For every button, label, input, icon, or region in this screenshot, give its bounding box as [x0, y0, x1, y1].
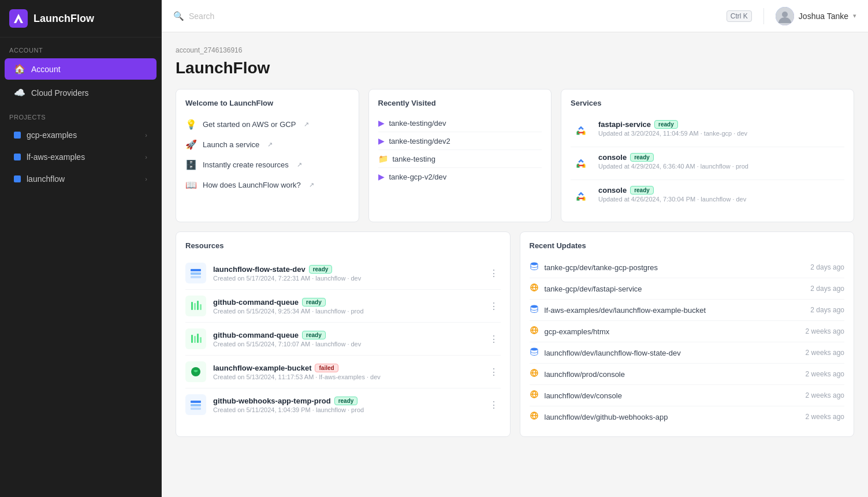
recent-updates-title: Recent Updates	[530, 241, 845, 250]
sidebar-item-launchflow[interactable]: launchflow ›	[5, 169, 157, 189]
resource-name: launchflow-flow-state-dev ready	[213, 265, 480, 274]
bottom-grid: Resources launchflow-flow-state-dev	[176, 231, 854, 437]
update-time: 2 days ago	[810, 263, 844, 271]
service-info: fastapi-service ready Updated at 3/20/20…	[598, 120, 844, 137]
resource-name: launchflow-example-bucket failed	[213, 364, 480, 372]
welcome-item-text: Launch a service	[203, 140, 259, 149]
service-item[interactable]: fastapi-service ready Updated at 3/20/20…	[571, 114, 844, 147]
book-icon: 📖	[185, 180, 197, 190]
project-dot	[14, 175, 21, 182]
resource-info: launchflow-flow-state-dev ready Created …	[213, 265, 480, 282]
welcome-item-how-it-works[interactable]: 📖 How does LaunchFlow work? ↗	[185, 175, 349, 195]
svg-point-23	[531, 348, 538, 351]
top-grid: Welcome to LaunchFlow 💡 Get started on A…	[176, 89, 854, 222]
status-badge: ready	[654, 120, 678, 129]
update-item[interactable]: gcp-examples/htmx 2 weeks ago	[530, 321, 845, 342]
sidebar-item-lf-aws-examples[interactable]: lf-aws-examples ›	[5, 147, 157, 167]
db-icon	[530, 304, 539, 316]
update-time: 2 days ago	[810, 285, 844, 293]
sidebar-project-label: gcp-examples	[27, 130, 139, 140]
service-item[interactable]: console ready Updated at 4/29/2024, 6:36…	[571, 147, 844, 180]
service-name: fastapi-service ready	[598, 120, 844, 129]
keyboard-shortcut: Ctrl K	[727, 10, 752, 22]
resource-menu-button[interactable]: ⋮	[487, 331, 501, 347]
resource-icon	[185, 394, 206, 415]
resource-menu-button[interactable]: ⋮	[487, 266, 501, 281]
resource-meta: Created on 5/15/2024, 9:25:34 AM · launc…	[213, 308, 480, 315]
svg-point-3	[782, 12, 788, 17]
sidebar-cloud-providers-label: Cloud Providers	[31, 88, 147, 98]
external-link-icon: ↗	[304, 121, 309, 128]
update-path: lf-aws-examples/dev/launchflow-example-b…	[545, 306, 805, 315]
resources-title: Resources	[185, 241, 501, 250]
welcome-item-get-started[interactable]: 💡 Get started on AWS or GCP ↗	[185, 114, 349, 134]
sidebar-item-gcp-examples[interactable]: gcp-examples ›	[5, 125, 157, 145]
status-badge: ready	[630, 153, 654, 162]
update-time: 2 weeks ago	[806, 349, 844, 357]
resource-info: github-command-queue ready Created on 5/…	[213, 298, 480, 315]
resource-icon	[185, 296, 206, 316]
resource-item: github-webhooks-app-temp-prod ready Crea…	[185, 388, 501, 421]
resource-meta: Created on 5/17/2024, 7:22:31 AM · launc…	[213, 275, 480, 282]
resource-info: github-webhooks-app-temp-prod ready Crea…	[213, 397, 480, 413]
recent-updates-card: Recent Updates tanke-gcp/dev/tanke-gcp-p…	[520, 231, 855, 437]
update-path: gcp-examples/htmx	[545, 327, 800, 336]
resource-item: launchflow-flow-state-dev ready Created …	[185, 257, 501, 290]
welcome-item-launch-service[interactable]: 🚀 Launch a service ↗	[185, 134, 349, 155]
welcome-card: Welcome to LaunchFlow 💡 Get started on A…	[176, 89, 359, 222]
sidebar-item-account[interactable]: 🏠 Account	[5, 58, 157, 80]
topbar: 🔍 Search Ctrl K Joshua Tanke ▾	[162, 0, 868, 32]
service-icon: ▶	[378, 118, 385, 128]
resource-menu-button[interactable]: ⋮	[487, 364, 501, 380]
visited-item[interactable]: 📁 tanke-testing	[378, 150, 542, 168]
services-card: Services fastapi-service ready	[561, 89, 854, 222]
update-item[interactable]: launchflow/dev/launchflow-flow-state-dev…	[530, 342, 845, 364]
visited-item[interactable]: ▶ tanke-gcp-v2/dev	[378, 168, 542, 185]
app-name: LaunchFlow	[33, 13, 94, 25]
update-path: tanke-gcp/dev/tanke-gcp-postgres	[545, 263, 805, 272]
svg-rect-11	[191, 335, 193, 343]
update-time: 2 weeks ago	[806, 370, 844, 378]
sidebar-item-cloud-providers[interactable]: ☁️ Cloud Providers	[5, 82, 157, 103]
globe-icon	[530, 326, 539, 337]
avatar	[776, 7, 794, 25]
resource-icon	[185, 328, 206, 349]
update-time: 2 weeks ago	[806, 391, 844, 399]
search-area[interactable]: 🔍 Search	[173, 11, 720, 21]
chevron-right-icon: ›	[145, 132, 147, 139]
svg-rect-12	[194, 336, 196, 343]
visited-item[interactable]: ▶ tanke-testing/dev2	[378, 132, 542, 150]
svg-rect-13	[197, 334, 199, 343]
welcome-item-create-resources[interactable]: 🗄️ Instantly create resources ↗	[185, 155, 349, 175]
resource-name: github-webhooks-app-temp-prod ready	[213, 397, 480, 405]
update-item[interactable]: lf-aws-examples/dev/launchflow-example-b…	[530, 300, 845, 321]
account-section-label: Account	[0, 38, 161, 57]
update-item[interactable]: tanke-gcp/dev/fastapi-service 2 days ago	[530, 278, 845, 300]
welcome-item-text: Get started on AWS or GCP	[203, 120, 296, 129]
globe-icon	[530, 283, 539, 294]
update-item[interactable]: tanke-gcp/dev/tanke-gcp-postgres 2 days …	[530, 257, 845, 278]
visited-item[interactable]: ▶ tanke-testing/dev	[378, 114, 542, 132]
globe-icon	[530, 368, 539, 380]
status-badge: ready	[334, 397, 358, 405]
svg-rect-17	[191, 404, 201, 406]
db-icon	[530, 347, 539, 358]
status-badge: ready	[630, 186, 654, 195]
cloud-icon: ☁️	[14, 87, 25, 98]
update-item[interactable]: launchflow/prod/console 2 weeks ago	[530, 364, 845, 385]
sidebar: LaunchFlow Account 🏠 Account ☁️ Cloud Pr…	[0, 0, 162, 497]
svg-rect-10	[200, 304, 202, 310]
divider	[763, 8, 764, 24]
rocket-icon: 🚀	[185, 139, 197, 150]
service-item[interactable]: console ready Updated at 4/26/2024, 7:30…	[571, 180, 844, 212]
user-menu[interactable]: Joshua Tanke ▾	[776, 7, 856, 25]
resource-menu-button[interactable]: ⋮	[487, 298, 501, 314]
resource-meta: Created on 5/15/2024, 7:10:07 AM · launc…	[213, 341, 480, 347]
resource-menu-button[interactable]: ⋮	[487, 397, 501, 413]
update-item[interactable]: launchflow/dev/github-webhooks-app 2 wee…	[530, 406, 845, 427]
recently-visited-card: Recently Visited ▶ tanke-testing/dev ▶ t…	[368, 89, 552, 222]
resource-item: launchflow-example-bucket failed Created…	[185, 356, 501, 388]
welcome-item-text: How does LaunchFlow work?	[203, 181, 301, 189]
app-logo[interactable]: LaunchFlow	[0, 0, 161, 38]
update-item[interactable]: launchflow/dev/console 2 weeks ago	[530, 385, 845, 406]
